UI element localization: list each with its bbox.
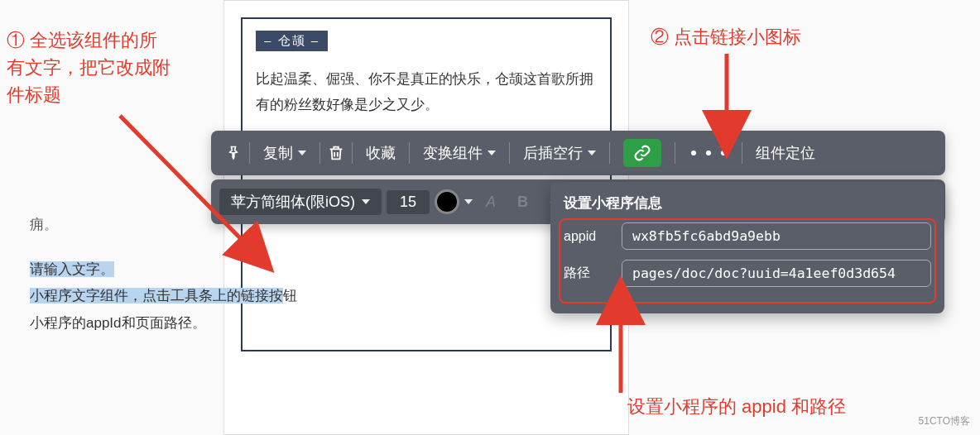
selected-text-block[interactable]: 请输入文字。 小程序文字组件，点击工具条上的链接按钮 小程序的appId和页面路… <box>30 256 396 337</box>
caret-down-icon <box>488 151 496 155</box>
insert-blank-label: 后插空行 <box>523 143 583 163</box>
component-toolbar: 复制 收藏 变换组件 后插空行 组件定位 <box>211 131 945 175</box>
component-heading: – 仓颉 – <box>256 31 328 51</box>
link-button[interactable] <box>617 136 668 170</box>
annotation-caption: 设置小程序的 appid 和路径 <box>627 393 846 420</box>
font-family-select[interactable]: 苹方简细体(限iOS) <box>219 189 382 215</box>
copy-button[interactable]: 复制 <box>257 140 313 166</box>
path-input[interactable] <box>622 260 931 287</box>
more-button[interactable] <box>682 147 735 159</box>
insert-blank-button[interactable]: 后插空行 <box>516 140 603 166</box>
transform-button[interactable]: 变换组件 <box>416 140 502 166</box>
selected-line-2a: 小程序文字组件，点击工具条上的链接按 <box>30 288 283 304</box>
favorite-label: 收藏 <box>366 143 396 163</box>
trash-icon[interactable] <box>327 144 345 162</box>
annotation-step-2: ② 点击链接小图标 <box>651 23 801 50</box>
favorite-button[interactable]: 收藏 <box>359 140 402 166</box>
caret-down-icon <box>588 151 596 155</box>
toolbar-separator <box>352 142 353 164</box>
stray-text: 痈。 <box>30 215 58 234</box>
watermark: 51CTO博客 <box>919 414 970 428</box>
selected-line-3: 小程序的appId和页面路径。 <box>30 315 206 331</box>
panel-title: 设置小程序信息 <box>564 194 931 213</box>
font-size-input[interactable]: 15 <box>387 190 430 214</box>
toolbar-separator <box>409 142 410 164</box>
miniprogram-info-panel: 设置小程序信息 appid 路径 <box>550 182 944 313</box>
selected-line-1: 请输入文字。 <box>30 261 114 277</box>
toolbar-separator <box>609 142 610 164</box>
bold-button[interactable]: B <box>509 194 536 211</box>
toolbar-separator <box>509 142 510 164</box>
caret-down-icon <box>298 151 306 155</box>
toolbar-separator <box>742 142 742 164</box>
toolbar-separator <box>675 142 675 164</box>
locate-label: 组件定位 <box>756 143 815 163</box>
toolbar-separator <box>249 142 250 164</box>
font-color-picker[interactable] <box>435 189 473 214</box>
appid-input[interactable] <box>622 222 931 250</box>
color-swatch-icon <box>435 189 459 214</box>
annotation-step-1: ① 全选该组件的所有文字，把它改成附件标题 <box>7 26 172 108</box>
component-paragraph: 比起温柔、倔强、你不是真正的快乐，仓颉这首歌所拥有的粉丝数好像是少之又少。 <box>256 66 597 118</box>
link-icon <box>633 144 651 162</box>
caret-down-icon <box>464 199 473 204</box>
font-size-value: 15 <box>400 194 416 210</box>
font-family-label: 苹方简细体(限iOS) <box>231 192 355 212</box>
pin-icon[interactable] <box>224 144 243 162</box>
transform-label: 变换组件 <box>423 143 483 163</box>
toolbar-separator <box>319 142 320 164</box>
locate-button[interactable]: 组件定位 <box>749 140 822 166</box>
text-style-button[interactable]: A <box>478 194 504 211</box>
selected-line-2b: 钮 <box>283 288 297 304</box>
caret-down-icon <box>362 199 370 204</box>
copy-label: 复制 <box>263 143 293 163</box>
path-label: 路径 <box>564 265 622 282</box>
appid-label: appid <box>564 229 622 244</box>
